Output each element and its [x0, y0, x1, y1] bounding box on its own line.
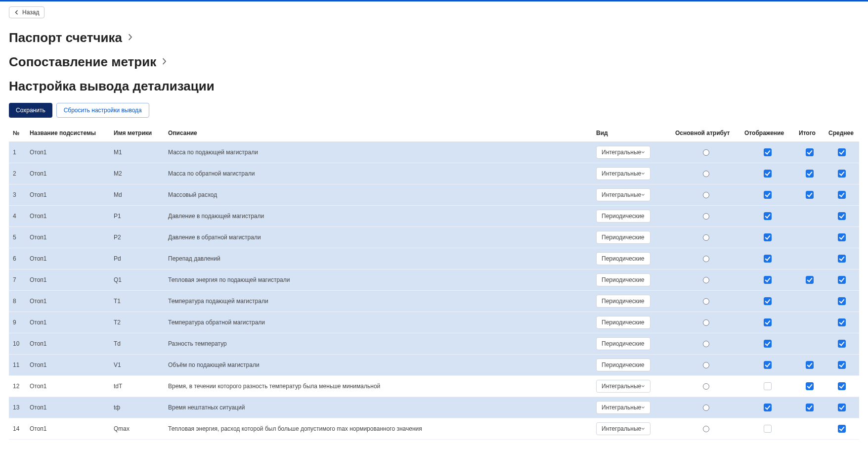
kind-select[interactable]: Периодические: [596, 295, 651, 308]
cell-subsystem: Отоп1: [26, 227, 110, 248]
kind-select[interactable]: Периодические: [596, 273, 651, 286]
kind-select[interactable]: Интегральные: [596, 401, 651, 414]
kind-select[interactable]: Периодические: [596, 316, 651, 329]
chevron-right-icon: [127, 34, 133, 42]
checkbox[interactable]: [764, 425, 772, 433]
cell-metric: Md: [110, 184, 164, 206]
table-row: 8Отоп1T1Температура подающей магистралиП…: [9, 291, 859, 312]
radio[interactable]: [703, 341, 709, 347]
checkbox[interactable]: [806, 361, 814, 369]
radio[interactable]: [703, 213, 709, 220]
checkbox[interactable]: [764, 404, 772, 411]
checkbox[interactable]: [838, 318, 846, 326]
checkbox[interactable]: [838, 276, 846, 284]
checkbox[interactable]: [764, 255, 772, 263]
checkbox[interactable]: [806, 276, 814, 284]
kind-select[interactable]: Интегральные: [596, 167, 651, 180]
radio[interactable]: [703, 426, 709, 432]
checkbox[interactable]: [764, 297, 772, 305]
th-description: Описание: [164, 125, 592, 142]
kind-select[interactable]: Периодические: [596, 359, 651, 371]
checkbox[interactable]: [764, 170, 772, 178]
save-button[interactable]: Сохранить: [9, 103, 52, 118]
cell-subsystem: Отоп1: [26, 312, 110, 333]
checkbox[interactable]: [838, 297, 846, 305]
checkbox[interactable]: [806, 191, 814, 199]
checkbox[interactable]: [838, 233, 846, 241]
cell-subsystem: Отоп1: [26, 418, 110, 440]
table-row: 6Отоп1PdПерепад давленийПериодические: [9, 248, 859, 270]
kind-select[interactable]: Интегральные: [596, 188, 651, 201]
checkbox[interactable]: [838, 255, 846, 263]
kind-select[interactable]: Периодические: [596, 231, 651, 244]
radio[interactable]: [703, 149, 709, 156]
checkbox[interactable]: [838, 425, 846, 433]
checkbox[interactable]: [764, 361, 772, 369]
cell-idx: 9: [9, 312, 26, 333]
checkbox[interactable]: [838, 404, 846, 411]
cell-subsystem: Отоп1: [26, 206, 110, 227]
checkbox[interactable]: [838, 148, 846, 156]
checkbox[interactable]: [764, 276, 772, 284]
kind-value: Интегральные: [602, 383, 641, 390]
radio[interactable]: [703, 319, 709, 326]
chevron-down-icon: [641, 426, 645, 431]
kind-select[interactable]: Периодические: [596, 210, 651, 223]
checkbox[interactable]: [838, 191, 846, 199]
table-row: 10Отоп1TdРазность температурПериодически…: [9, 333, 859, 355]
checkbox[interactable]: [764, 382, 772, 390]
radio[interactable]: [703, 298, 709, 305]
kind-value: Периодические: [602, 361, 644, 368]
checkbox[interactable]: [764, 191, 772, 199]
chevron-down-icon: [641, 405, 645, 410]
checkbox[interactable]: [764, 148, 772, 156]
radio[interactable]: [703, 234, 709, 241]
kind-select[interactable]: Периодические: [596, 337, 651, 350]
th-total: Итого: [795, 125, 825, 142]
checkbox[interactable]: [806, 404, 814, 411]
back-button[interactable]: Назад: [9, 6, 44, 18]
cell-metric: T2: [110, 312, 164, 333]
arrow-left-icon: [14, 10, 19, 15]
checkbox[interactable]: [806, 170, 814, 178]
checkbox[interactable]: [838, 382, 846, 390]
table-row: 11Отоп1V1Объём по подающей магистралиПер…: [9, 355, 859, 376]
checkbox[interactable]: [764, 340, 772, 348]
kind-value: Интегральные: [602, 170, 641, 177]
kind-select[interactable]: Периодические: [596, 252, 651, 265]
kind-select[interactable]: Интегральные: [596, 422, 651, 435]
chevron-down-icon: [644, 277, 645, 282]
radio[interactable]: [703, 256, 709, 262]
kind-select[interactable]: Интегральные: [596, 380, 651, 393]
kind-value: Периодические: [602, 276, 644, 283]
kind-select[interactable]: Интегральные: [596, 146, 651, 159]
radio[interactable]: [703, 362, 709, 368]
checkbox[interactable]: [806, 148, 814, 156]
checkbox[interactable]: [764, 212, 772, 220]
reset-button[interactable]: Сбросить настройки вывода: [56, 103, 149, 118]
radio[interactable]: [703, 277, 709, 283]
checkbox[interactable]: [838, 212, 846, 220]
radio[interactable]: [703, 405, 709, 411]
section-detail-settings: Настройка вывода детализации: [9, 79, 859, 94]
checkbox[interactable]: [806, 382, 814, 390]
section-mapping[interactable]: Сопоставление метрик: [9, 54, 859, 70]
chevron-down-icon: [644, 214, 645, 219]
cell-metric: M1: [110, 142, 164, 163]
cell-metric: M2: [110, 163, 164, 184]
th-idx: №: [9, 125, 26, 142]
checkbox[interactable]: [764, 233, 772, 241]
cell-description: Время, в течении которого разность темпе…: [164, 376, 592, 397]
checkbox[interactable]: [838, 170, 846, 178]
table-row: 2Отоп1M2Масса по обратной магистралиИнте…: [9, 163, 859, 184]
radio[interactable]: [703, 192, 709, 198]
th-avg: Среднее: [825, 125, 859, 142]
cell-subsystem: Отоп1: [26, 163, 110, 184]
checkbox[interactable]: [838, 361, 846, 369]
checkbox[interactable]: [838, 340, 846, 348]
radio[interactable]: [703, 383, 709, 390]
cell-subsystem: Отоп1: [26, 376, 110, 397]
section-passport[interactable]: Паспорт счетчика: [9, 30, 859, 45]
checkbox[interactable]: [764, 318, 772, 326]
radio[interactable]: [703, 171, 709, 177]
